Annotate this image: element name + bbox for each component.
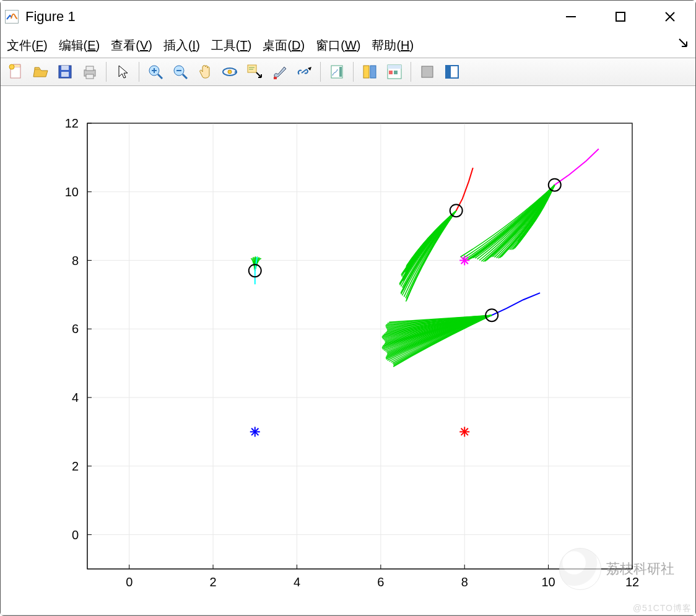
svg-text:8: 8	[72, 254, 79, 267]
titlebar: Figure 1	[1, 1, 695, 33]
watermark-text: 荔枝科研社	[606, 560, 674, 578]
menu-desktop[interactable]: 桌面(D)	[263, 37, 305, 54]
matlab-icon	[4, 9, 19, 24]
footer-watermark: @51CTO博客	[633, 603, 692, 614]
svg-rect-12	[86, 74, 94, 79]
svg-point-6	[9, 64, 14, 69]
pan-icon[interactable]	[194, 61, 216, 83]
pointer-icon[interactable]	[111, 61, 134, 83]
insert-colorbar-icon[interactable]	[326, 61, 348, 83]
toolbar-separator	[320, 62, 321, 82]
axes[interactable]: 024681012024681012	[1, 86, 695, 614]
svg-marker-27	[308, 67, 311, 71]
dock-icon[interactable]	[441, 61, 463, 83]
svg-text:2: 2	[72, 459, 79, 473]
menu-tools[interactable]: 工具(T)	[211, 37, 252, 54]
insert-legend-icon[interactable]	[359, 61, 381, 83]
svg-rect-30	[363, 66, 369, 78]
svg-text:4: 4	[294, 575, 300, 589]
svg-text:8: 8	[461, 575, 468, 589]
figure-window: Figure 1 文件(F) 编辑(E) 查看(V) 插入(I) 工具(T) 桌…	[0, 0, 696, 616]
svg-rect-11	[86, 66, 94, 71]
svg-rect-2	[616, 12, 625, 21]
svg-text:10: 10	[541, 575, 555, 589]
svg-text:10: 10	[65, 185, 79, 199]
data-cursor-icon[interactable]	[243, 61, 266, 83]
hide-plot-tools-icon[interactable]	[383, 61, 406, 83]
svg-rect-36	[422, 66, 433, 77]
dock-arrow-icon[interactable]	[677, 37, 690, 53]
zoom-in-icon[interactable]	[144, 61, 167, 83]
svg-rect-8	[61, 66, 69, 70]
svg-rect-35	[394, 71, 398, 74]
save-icon[interactable]	[54, 61, 76, 83]
menu-view[interactable]: 查看(V)	[111, 37, 152, 54]
menubar: 文件(F) 编辑(E) 查看(V) 插入(I) 工具(T) 桌面(D) 窗口(W…	[1, 33, 695, 58]
window-title: Figure 1	[25, 9, 76, 25]
qr-icon	[559, 548, 601, 590]
open-icon[interactable]	[29, 61, 51, 83]
link-icon[interactable]	[293, 61, 315, 83]
svg-text:0: 0	[126, 575, 133, 589]
window-controls	[562, 7, 692, 26]
svg-rect-38	[446, 66, 451, 78]
svg-rect-25	[274, 77, 277, 79]
menu-help[interactable]: 帮助(H)	[372, 37, 414, 54]
close-button[interactable]	[661, 7, 679, 26]
property-editor-icon[interactable]	[416, 61, 438, 83]
svg-rect-22	[248, 65, 256, 72]
toolbar-separator	[353, 62, 354, 82]
toolbar-separator	[139, 62, 139, 82]
svg-text:6: 6	[72, 322, 79, 336]
toolbar	[1, 58, 695, 86]
svg-text:4: 4	[72, 391, 79, 404]
svg-rect-33	[388, 65, 401, 69]
print-icon[interactable]	[79, 61, 101, 83]
svg-line-18	[183, 74, 187, 79]
menu-window[interactable]: 窗口(W)	[316, 37, 360, 54]
svg-text:2: 2	[210, 575, 217, 589]
svg-text:12: 12	[65, 116, 79, 130]
svg-rect-31	[370, 66, 376, 78]
menu-insert[interactable]: 插入(I)	[163, 37, 200, 54]
toolbar-separator	[411, 62, 411, 82]
zoom-out-icon[interactable]	[169, 61, 191, 83]
svg-rect-9	[61, 72, 69, 77]
svg-line-26	[302, 69, 307, 73]
new-figure-icon[interactable]	[4, 61, 27, 83]
maximize-button[interactable]	[611, 7, 630, 26]
toolbar-separator	[106, 62, 107, 82]
brush-icon[interactable]	[268, 61, 290, 83]
menu-edit[interactable]: 编辑(E)	[59, 37, 100, 54]
svg-point-21	[228, 70, 232, 74]
svg-line-14	[158, 74, 162, 79]
minimize-button[interactable]	[562, 7, 580, 26]
svg-text:6: 6	[377, 575, 384, 589]
watermark-overlay: 荔枝科研社	[559, 541, 683, 597]
rotate3d-icon[interactable]	[219, 61, 241, 83]
svg-text:0: 0	[72, 528, 79, 542]
figure-content: 024681012024681012 荔枝科研社 @51CTO博客	[1, 86, 695, 615]
menu-file[interactable]: 文件(F)	[7, 37, 48, 54]
svg-rect-34	[389, 71, 393, 74]
svg-rect-29	[339, 67, 342, 77]
